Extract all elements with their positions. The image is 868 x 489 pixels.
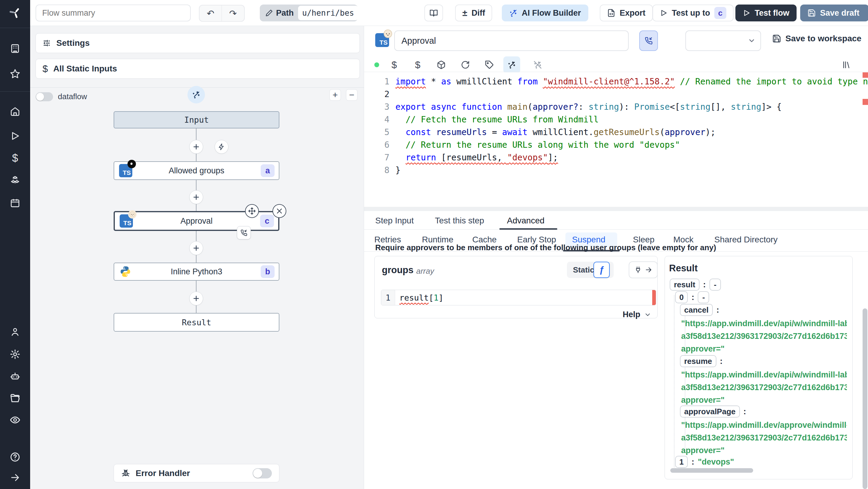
star-icon[interactable] xyxy=(10,68,21,79)
flow-node-result-label: Result xyxy=(182,318,211,327)
divider xyxy=(0,28,30,28)
move-step-button[interactable] xyxy=(245,204,259,218)
help-icon[interactable] xyxy=(10,452,21,462)
result-key-badge[interactable]: 1 xyxy=(675,456,688,468)
dataflow-toggle[interactable] xyxy=(36,92,53,101)
step-name-input[interactable] xyxy=(394,30,629,51)
insert-step-button[interactable] xyxy=(189,190,203,204)
save-draft-button[interactable]: Save draft xyxy=(800,4,868,22)
flow-node-input-label: Input xyxy=(184,115,209,124)
library-icon[interactable] xyxy=(838,56,855,73)
groups-expression-editor[interactable]: 1 result[1] xyxy=(381,290,656,305)
horizontal-scrollbar[interactable] xyxy=(670,468,753,473)
format-icon[interactable] xyxy=(481,56,498,73)
arrow-right-icon[interactable] xyxy=(10,472,21,483)
test-flow-button[interactable]: Test flow xyxy=(735,4,797,22)
docs-button[interactable] xyxy=(424,4,443,22)
code-line[interactable] xyxy=(396,88,868,101)
undo-button[interactable]: ↶ xyxy=(199,5,222,21)
suspend-settings-button[interactable] xyxy=(639,30,658,51)
tab-step-input[interactable]: Step Input xyxy=(375,216,414,225)
tab-advanced[interactable]: Advanced xyxy=(507,216,545,225)
ai-assist-button[interactable] xyxy=(503,56,520,73)
insert-step-button[interactable] xyxy=(189,140,203,154)
variables-dollar-icon[interactable]: $ xyxy=(386,56,403,73)
code-line[interactable]: } xyxy=(396,164,868,177)
insert-step-button[interactable] xyxy=(189,241,203,255)
ai-step-wand-button[interactable] xyxy=(187,86,205,103)
pane-resizer[interactable] xyxy=(364,207,868,211)
divider xyxy=(0,91,30,92)
folder-icon[interactable] xyxy=(10,393,21,404)
resources-dollar-icon[interactable]: $ xyxy=(409,56,426,73)
vertical-scrollbar[interactable] xyxy=(863,308,867,489)
result-key-badge[interactable]: cancel xyxy=(680,304,713,316)
insert-step-button[interactable] xyxy=(189,292,203,305)
wand-off-icon[interactable] xyxy=(529,56,546,73)
result-key-badge[interactable]: resume xyxy=(680,355,716,367)
zoom-out-button[interactable]: − xyxy=(346,89,358,101)
result-key-badge[interactable]: 0 xyxy=(675,291,688,303)
zoom-in-button[interactable]: + xyxy=(330,89,341,101)
result-url-line: a3f58d13e212/3963172903/2c77d162d6b17395… xyxy=(681,433,847,442)
play-icon[interactable] xyxy=(10,130,21,142)
result-key-badge[interactable]: result xyxy=(670,279,700,291)
code-line[interactable]: export async function main(approver?: st… xyxy=(396,101,868,113)
building-icon[interactable] xyxy=(10,43,21,54)
calendar-icon[interactable] xyxy=(10,197,21,208)
code-line[interactable]: // Return the resume URLs along with the… xyxy=(396,139,868,151)
collapse-badge[interactable]: - xyxy=(710,279,721,291)
result-key-badge[interactable]: approvalPage xyxy=(680,405,740,418)
subtab-shared-directory[interactable]: Shared Directory xyxy=(714,235,778,245)
editor-code[interactable]: import * as wmillClient from "windmill-c… xyxy=(396,75,868,177)
tab-test-this-step[interactable]: Test this step xyxy=(435,216,484,225)
ai-flow-builder-button[interactable]: AI Flow Builder xyxy=(502,4,588,22)
redo-button[interactable]: ↷ xyxy=(222,5,244,21)
save-to-workspace-label: Save to workspace xyxy=(785,34,861,43)
workspace-script-select[interactable] xyxy=(685,30,761,51)
export-button[interactable]: Export xyxy=(600,4,653,22)
cubes-icon[interactable] xyxy=(10,175,21,186)
eye-icon[interactable] xyxy=(10,415,21,425)
robot-icon[interactable] xyxy=(10,371,21,382)
error-handler-row[interactable]: Error Handler xyxy=(114,464,279,482)
error-handler-toggle[interactable] xyxy=(253,468,272,479)
code-line[interactable]: const resumeUrls = await wmillClient.get… xyxy=(396,126,868,139)
path-value[interactable]: u/henri/bes xyxy=(298,6,358,20)
person-icon[interactable] xyxy=(10,327,21,337)
flow-summary-input[interactable] xyxy=(36,4,191,22)
code-line[interactable]: import * as wmillClient from "windmill-c… xyxy=(396,75,868,88)
connect-input-button[interactable] xyxy=(629,262,658,278)
chevron-down-icon xyxy=(644,311,651,318)
suspend-indicator-button[interactable] xyxy=(237,226,251,239)
expression-code[interactable]: result[1] xyxy=(399,290,443,305)
typescript-icon: TS xyxy=(119,164,132,177)
home-icon[interactable] xyxy=(10,106,21,117)
all-static-inputs-button[interactable]: $ All Static Inputs xyxy=(36,59,360,79)
code-editor[interactable]: 12345678 import * as wmillClient from "w… xyxy=(364,72,868,207)
help-button[interactable]: Help xyxy=(623,310,651,319)
flow-node-inline-python[interactable]: Inline Python3 b xyxy=(114,263,279,281)
path-chip[interactable]: Path u/henri/bes xyxy=(260,4,358,22)
insert-trigger-button[interactable] xyxy=(215,140,228,154)
editor-gutter: 12345678 xyxy=(364,75,390,177)
flow-node-result[interactable]: Result xyxy=(114,313,279,332)
collapse-badge[interactable]: - xyxy=(698,291,709,303)
windmill-logo[interactable] xyxy=(8,5,22,20)
save-to-workspace-button[interactable]: Save to workspace xyxy=(772,34,861,43)
code-line[interactable]: return [resumeUrls, "devops"]; xyxy=(396,151,868,164)
reset-icon[interactable] xyxy=(457,56,474,73)
dollar-icon[interactable]: $ xyxy=(10,153,21,164)
flow-node-allowed-groups[interactable]: TS Allowed groups a xyxy=(114,161,279,180)
flow-settings-button[interactable]: Settings xyxy=(36,33,360,53)
test-up-to-button[interactable]: Test up to c xyxy=(652,4,734,22)
flow-node-input[interactable]: Input xyxy=(114,111,279,128)
play-icon xyxy=(660,9,668,17)
delete-step-button[interactable] xyxy=(273,204,286,218)
code-line[interactable]: // Fetch the resume URLs from Windmill xyxy=(396,113,868,126)
gear-icon[interactable] xyxy=(10,349,21,360)
result-entry: approvalPage: xyxy=(680,405,746,418)
diff-button[interactable]: ± Diff xyxy=(455,4,492,22)
function-mode-button[interactable]: ƒ xyxy=(593,262,610,278)
package-icon[interactable] xyxy=(433,56,450,73)
